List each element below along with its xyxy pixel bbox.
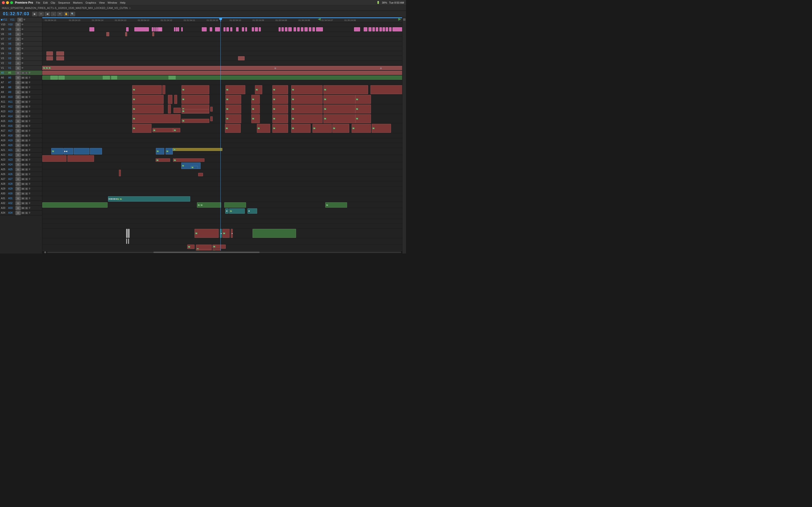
a5-mute-btn[interactable]: M <box>21 72 24 74</box>
clip-a16-1[interactable] <box>42 155 66 162</box>
a13-sync-btn[interactable]: ⊞ <box>15 109 21 114</box>
v1-sync-btn[interactable]: ⊞ <box>15 66 21 70</box>
scrollbar-track[interactable] <box>47 251 401 253</box>
clip-a5-main[interactable] <box>42 75 405 80</box>
v5-sync-btn[interactable]: ⊞ <box>15 47 21 51</box>
menu-file[interactable]: File <box>36 1 40 4</box>
a22-mute-btn[interactable]: M <box>21 154 24 156</box>
clip-v10-6[interactable] <box>156 27 158 32</box>
clip-a18-2[interactable] <box>198 173 203 176</box>
a29-solo-btn[interactable]: S <box>25 187 28 190</box>
v11-sync-btn[interactable]: ⊞ <box>17 18 23 22</box>
a26-sync-btn[interactable]: ⊞ <box>15 172 21 176</box>
v6-sync-btn[interactable]: ⊞ <box>15 42 21 46</box>
a11-mute-btn[interactable]: M <box>21 101 24 103</box>
clip-a7-6[interactable]: fx <box>272 85 288 94</box>
a27-sync-btn[interactable]: ⊞ <box>15 177 21 181</box>
clip-v10-19[interactable] <box>230 27 232 32</box>
tool-razor[interactable]: ✂ <box>39 12 44 16</box>
track-row-a18[interactable] <box>42 169 406 177</box>
a16-mute-btn[interactable]: M <box>21 125 24 127</box>
clip-a17-2[interactable]: fx <box>191 166 198 169</box>
v6-eye-icon[interactable]: 👁 <box>21 43 24 45</box>
a30-mute-btn[interactable]: M <box>21 192 24 195</box>
a13-mute-btn[interactable]: M <box>21 110 24 113</box>
clip-a11-3[interactable]: fx <box>173 128 180 132</box>
clip-a30-needle2[interactable] <box>128 238 129 244</box>
clip-v5-2[interactable] <box>56 51 64 56</box>
clip-a5-2[interactable] <box>51 75 58 80</box>
track-row-v9[interactable] <box>42 32 406 37</box>
clip-v10-33[interactable] <box>305 27 308 32</box>
clip-a8-1[interactable]: fx <box>132 95 164 104</box>
clip-a8-2[interactable] <box>168 95 172 104</box>
a19-solo-btn[interactable]: S <box>25 139 28 142</box>
a27-solo-btn[interactable]: S <box>25 178 28 180</box>
v3-sync-btn[interactable]: ⊞ <box>15 56 21 61</box>
clip-v10-4[interactable] <box>152 27 154 32</box>
v1-eye-icon[interactable]: 👁 <box>21 67 24 69</box>
a24-solo-btn[interactable]: S <box>25 163 28 166</box>
clip-v10-11[interactable] <box>176 27 177 32</box>
a34-solo-btn[interactable]: S <box>25 212 28 214</box>
clip-a11-2[interactable]: fx <box>152 128 173 132</box>
clip-a9-9[interactable]: fx <box>355 105 371 113</box>
a14-mute-btn[interactable]: M <box>21 115 24 118</box>
a31-mute-btn[interactable]: M <box>21 197 24 200</box>
a6-sync-btn[interactable]: ⊞ <box>15 75 21 80</box>
a11-solo-btn[interactable]: S <box>25 101 28 103</box>
clip-a11-6[interactable]: fx <box>272 124 288 133</box>
a8-mute-btn[interactable]: M <box>21 86 24 89</box>
a32-sync-btn[interactable]: ⊞ <box>15 201 21 206</box>
a25-solo-btn[interactable]: S <box>25 168 28 171</box>
clip-a8-10[interactable]: fx <box>355 95 371 104</box>
clip-v10-37[interactable] <box>354 27 360 32</box>
a25-mute-btn[interactable]: M <box>21 168 24 171</box>
clip-v10-45[interactable] <box>389 27 392 32</box>
traffic-lights[interactable] <box>2 1 13 4</box>
a33-solo-btn[interactable]: S <box>25 207 28 209</box>
clip-v10-23[interactable] <box>252 27 254 32</box>
clip-a9-sub[interactable]: fx <box>182 109 209 113</box>
v8-eye-icon[interactable]: 👁 <box>21 33 24 36</box>
clip-a29-1[interactable]: fx <box>195 229 219 238</box>
clip-a24-1[interactable] <box>42 202 108 208</box>
tracks-area[interactable]: fx fx fx ⊗ ⊗ <box>42 22 406 250</box>
a20-mute-btn[interactable]: M <box>21 144 24 147</box>
a34-mute-btn[interactable]: M <box>21 212 24 214</box>
a29-mute-btn[interactable]: M <box>21 187 24 190</box>
menu-clip[interactable]: Clip <box>51 1 55 4</box>
fullscreen-button[interactable] <box>10 1 13 4</box>
tool-zoom[interactable]: 🔍 <box>70 12 75 16</box>
track-row-a16[interactable]: fx fx <box>42 155 406 162</box>
scrollbar-thumb[interactable] <box>153 251 260 253</box>
clip-a9-2[interactable] <box>168 105 171 113</box>
clip-a8-8[interactable]: fx <box>291 95 323 104</box>
clip-a11-5[interactable]: fx <box>257 124 270 133</box>
clip-a8-6[interactable]: fx <box>251 95 260 104</box>
track-row-a10[interactable]: fx fx fx fx fx <box>42 114 406 124</box>
a12-sync-btn[interactable]: ⊞ <box>15 105 21 109</box>
a8-solo-btn[interactable]: S <box>25 86 28 89</box>
menu-sequence[interactable]: Sequence <box>58 1 70 4</box>
clip-a15-1[interactable]: fx <box>51 148 63 155</box>
a9-mute-btn[interactable]: M <box>21 91 24 94</box>
clip-v10-2[interactable] <box>126 27 129 32</box>
clip-a7-2[interactable] <box>162 85 165 94</box>
a24-sync-btn[interactable]: ⊞ <box>15 163 21 167</box>
track-row-a25[interactable]: ◀ fx ◀ <box>42 208 406 214</box>
clip-v10-17[interactable] <box>223 27 225 32</box>
a12-mute-btn[interactable]: M <box>21 106 24 108</box>
track-row-v4[interactable] <box>42 56 406 61</box>
a18-solo-btn[interactable]: S <box>25 134 28 137</box>
track-row-a15[interactable]: fx ▶◀ fx fx <box>42 148 406 155</box>
clip-a9-arrows[interactable] <box>173 108 181 113</box>
clip-a10-4[interactable]: fx <box>251 114 260 123</box>
a28-solo-btn[interactable]: S <box>25 183 28 185</box>
clip-a8-4[interactable]: fx <box>182 95 209 104</box>
clip-v10-39[interactable] <box>368 27 371 32</box>
a8-sync-btn[interactable]: ⊞ <box>15 85 21 90</box>
a12-solo-btn[interactable]: S <box>25 106 28 108</box>
clip-v10-9[interactable] <box>161 27 162 32</box>
clip-a9-7[interactable]: fx <box>291 105 323 113</box>
